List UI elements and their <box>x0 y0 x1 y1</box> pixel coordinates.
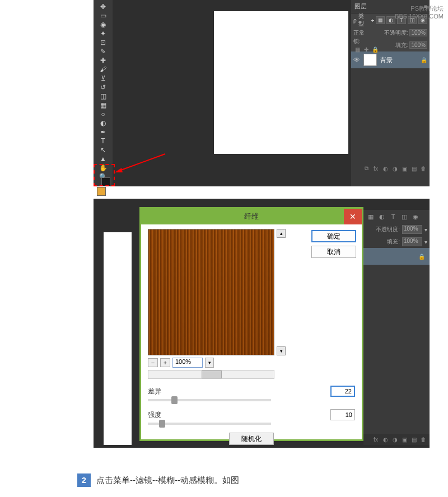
opacity-value-2[interactable]: 100% <box>402 225 422 234</box>
adjustment-icon[interactable]: ◑ <box>391 165 399 172</box>
filter-icon[interactable]: ▦ <box>367 213 375 221</box>
watermark: PS教程论坛 BBS.16XX8.COM <box>395 4 444 21</box>
variance-slider-thumb[interactable] <box>171 396 178 404</box>
fibers-dialog: 纤维 ✕ ▴ ▾ − + 100% ▾ <box>139 207 363 441</box>
highlight-box <box>94 164 115 186</box>
wand-tool-icon[interactable]: ✦ <box>96 30 110 37</box>
pen-tool-icon[interactable]: ✒ <box>96 128 110 136</box>
mask-icon[interactable]: ◐ <box>381 165 389 172</box>
photoshop-screenshot-2: 纤维 ✕ ▴ ▾ − + 100% ▾ <box>94 199 430 448</box>
fx-icon[interactable]: fx <box>372 435 380 443</box>
fill-value[interactable]: 100% <box>409 41 427 49</box>
filter-icon[interactable]: ◉ <box>412 213 419 221</box>
opacity-label: 不透明度: <box>384 30 408 36</box>
blend-mode[interactable]: 正常 <box>353 29 365 37</box>
eyedropper-tool-icon[interactable]: ✎ <box>96 48 110 55</box>
zoom-in-button[interactable]: + <box>160 358 170 367</box>
variance-slider[interactable] <box>148 399 271 401</box>
filter-pixel-icon[interactable]: ▦ <box>376 16 385 24</box>
strength-slider-thumb[interactable] <box>159 420 165 428</box>
ok-button[interactable]: 确定 <box>311 230 356 242</box>
panel-footer: ⧉ fx ◐ ◑ ▣ ▤ 🗑 <box>351 163 430 174</box>
history-brush-icon[interactable]: ↺ <box>96 83 110 91</box>
delete-icon[interactable]: 🗑 <box>419 165 427 172</box>
layer-row[interactable]: 👁 背景 🔒 <box>351 51 430 68</box>
opacity-label-2: 不透明度: <box>376 226 400 233</box>
adjustment-icon[interactable]: ◑ <box>391 435 399 443</box>
group-icon[interactable]: ▣ <box>400 165 408 172</box>
mask-icon[interactable]: ◐ <box>381 435 389 443</box>
lock-all-icon[interactable]: 🔒 <box>371 45 379 53</box>
new-layer-icon[interactable]: ▤ <box>410 435 418 443</box>
dropdown-icon[interactable]: ▾ <box>424 239 427 245</box>
dropdown-icon[interactable]: ▾ <box>424 227 427 233</box>
path-tool-icon[interactable]: ↖ <box>96 146 110 154</box>
filter-icon[interactable]: ◐ <box>378 213 386 221</box>
variance-input[interactable] <box>330 386 355 397</box>
document-edge <box>104 232 132 445</box>
scrollbar-thumb[interactable] <box>202 371 222 378</box>
blur-tool-icon[interactable]: ○ <box>96 110 110 118</box>
lock-icon[interactable]: 🔒 <box>418 254 425 260</box>
layer-thumbnail[interactable] <box>363 54 377 66</box>
dialog-titlebar[interactable]: 纤维 ✕ <box>141 209 362 224</box>
gradient-tool-icon[interactable]: ▦ <box>96 101 110 109</box>
fx-icon[interactable]: fx <box>372 165 380 172</box>
step-instruction: 2 点击菜单--滤镜--模糊--动感模糊。如图 <box>77 473 239 487</box>
dialog-buttons: 确定 取消 <box>311 230 356 258</box>
brush-tool-icon[interactable]: 🖌 <box>96 65 110 73</box>
canvas[interactable] <box>214 11 348 154</box>
panel-title: 图层 <box>354 2 367 11</box>
fill-label: 填充: <box>395 42 408 48</box>
randomize-button[interactable]: 随机化 <box>229 433 274 445</box>
zoom-value[interactable]: 100% <box>172 358 203 368</box>
type-tool-icon[interactable]: T <box>96 137 110 145</box>
layer-lock-icon[interactable]: 🔒 <box>421 57 427 63</box>
step-number: 2 <box>77 473 91 487</box>
crop-tool-icon[interactable]: ⊡ <box>96 39 110 46</box>
move-tool-icon[interactable]: ✥ <box>96 3 110 11</box>
filter-icon[interactable]: ◫ <box>400 213 408 221</box>
dodge-tool-icon[interactable]: ◐ <box>96 119 110 127</box>
opacity-value[interactable]: 100% <box>409 29 427 36</box>
dialog-title-text: 纤维 <box>244 212 259 222</box>
cancel-button[interactable]: 取消 <box>311 246 356 258</box>
heal-tool-icon[interactable]: ✚ <box>96 57 110 64</box>
zoom-dropdown-icon[interactable]: ▾ <box>205 358 214 368</box>
new-layer-icon[interactable]: ▤ <box>410 165 418 172</box>
layer-name[interactable]: 背景 <box>380 56 417 64</box>
eraser-tool-icon[interactable]: ◫ <box>96 92 110 100</box>
shape-tool-icon[interactable]: ▲ <box>96 155 110 163</box>
lock-position-icon[interactable]: ✚ <box>362 45 370 53</box>
photoshop-screenshot-1: ✥ ▭ ◉ ✦ ⊡ ✎ ✚ 🖌 ⊻ ↺ ◫ ▦ ○ ◐ ✒ T ↖ ▲ ✋ 🔍 … <box>94 0 430 186</box>
strength-input[interactable] <box>330 409 355 420</box>
stamp-tool-icon[interactable]: ⊻ <box>96 74 110 82</box>
layer-row-2[interactable]: 🔒 <box>363 248 430 265</box>
opacity-row-2: 不透明度: 100% ▾ <box>363 223 430 236</box>
filter-adjust-icon[interactable]: ◐ <box>386 16 395 24</box>
filter-icon[interactable]: T <box>389 213 397 221</box>
svg-line-0 <box>119 154 165 171</box>
svg-marker-1 <box>115 168 123 172</box>
zoom-controls: − + 100% ▾ <box>148 358 355 368</box>
close-button[interactable]: ✕ <box>344 209 362 224</box>
lock-fill-row: 锁: ▦ ✚ 🔒 填充: 100% <box>351 39 430 51</box>
tools-toolbar: ✥ ▭ ◉ ✦ ⊡ ✎ ✚ 🖌 ⊻ ↺ ◫ ▦ ○ ◐ ✒ T ↖ ▲ ✋ 🔍 <box>94 0 113 186</box>
fill-value-2[interactable]: 100% <box>402 237 422 246</box>
zoom-out-button[interactable]: − <box>148 358 158 367</box>
link-icon[interactable]: ⧉ <box>362 165 370 172</box>
fill-label-2: 填充: <box>387 238 400 246</box>
preview-scrollbar-h[interactable] <box>148 370 274 379</box>
foreground-color[interactable] <box>97 187 106 196</box>
dialog-body: ▴ ▾ − + 100% ▾ 差异 <box>141 224 362 441</box>
scroll-up-icon[interactable]: ▴ <box>277 229 286 238</box>
strength-slider[interactable] <box>148 423 271 425</box>
marquee-tool-icon[interactable]: ▭ <box>96 12 110 20</box>
delete-icon[interactable]: 🗑 <box>419 435 427 443</box>
group-icon[interactable]: ▣ <box>400 435 408 443</box>
lock-pixels-icon[interactable]: ▦ <box>353 45 361 53</box>
scroll-down-icon[interactable]: ▾ <box>277 346 286 355</box>
lasso-tool-icon[interactable]: ◉ <box>96 21 110 29</box>
strength-label: 强度 <box>148 410 161 420</box>
visibility-icon[interactable]: 👁 <box>353 56 360 64</box>
